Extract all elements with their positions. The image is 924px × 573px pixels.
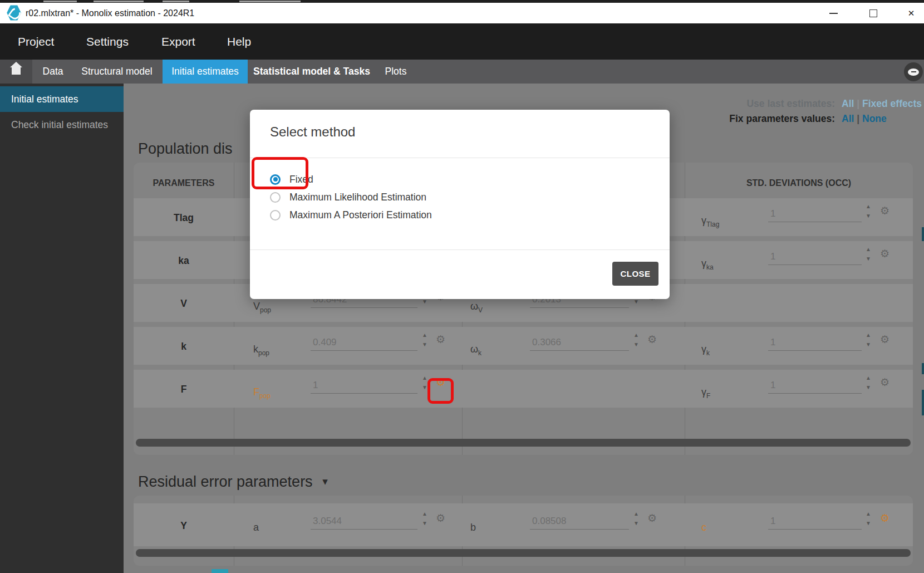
sidebar: Initial estimates Check initial estimate…: [0, 84, 124, 573]
radio-option-fixed[interactable]: Fixed: [250, 171, 670, 188]
gamma-tlag-input[interactable]: 1: [768, 222, 862, 222]
b-stepper[interactable]: ▲▼: [632, 511, 640, 526]
gamma-k-stepper[interactable]: ▲▼: [864, 332, 872, 347]
c-input[interactable]: 1: [768, 529, 862, 530]
close-window-button[interactable]: [898, 3, 924, 23]
gamma-k-gear-icon[interactable]: ⚙: [880, 334, 889, 345]
tab-label: Statistical model & Tasks: [253, 66, 370, 77]
b-input[interactable]: 0.08508: [530, 529, 629, 530]
horizontal-scrollbar[interactable]: [136, 549, 911, 557]
fix-none-link[interactable]: None: [862, 113, 887, 124]
residual-section-heading: Residual error parameters ▾: [138, 473, 328, 491]
fix-parameters-row: Fix parameters values: All | None: [685, 113, 887, 126]
gamma-f-input[interactable]: 1: [768, 393, 862, 394]
tab-plots[interactable]: Plots: [377, 60, 414, 84]
maximize-button[interactable]: [861, 3, 886, 23]
v-pop-input[interactable]: 86.8442: [311, 307, 417, 308]
gamma-ka-gear-icon[interactable]: ⚙: [880, 248, 889, 259]
c-stepper[interactable]: ▲▼: [864, 511, 872, 526]
sidebar-item-initial-estimates[interactable]: Initial estimates: [0, 86, 124, 112]
collapse-chevron-icon[interactable]: ▾: [322, 476, 328, 487]
table-row-k: k kpop 0.409 ▲▼ ⚙ ωk 0.3066 ▲▼ ⚙ γk 1 ▲▼…: [134, 327, 913, 365]
scrollbar-fragment: [922, 390, 924, 415]
c-gear-icon[interactable]: ⚙: [880, 513, 889, 523]
a-input[interactable]: 3.0544: [311, 529, 417, 530]
tab-structural-model[interactable]: Structural model: [73, 60, 160, 84]
k-pop-input[interactable]: 0.409: [311, 350, 417, 351]
menu-project[interactable]: Project: [18, 23, 54, 60]
comment-bubble-button[interactable]: [904, 62, 923, 81]
clipped-bottom-element: [212, 569, 228, 573]
tab-initial-estimates[interactable]: Initial estimates: [163, 60, 248, 84]
fix-parameters-label: Fix parameters values:: [685, 113, 835, 126]
omega-k-input[interactable]: 0.3066: [530, 350, 629, 351]
gamma-ka-input[interactable]: 1: [768, 265, 862, 265]
tab-home[interactable]: [0, 60, 32, 84]
radio-unselected-icon[interactable]: [270, 210, 281, 221]
minimize-button[interactable]: [820, 3, 846, 23]
gamma-ka-label: γka: [701, 258, 714, 271]
a-gear-icon[interactable]: ⚙: [436, 513, 445, 523]
monolix-logo-icon: [7, 5, 21, 21]
input-value: 1: [770, 380, 775, 391]
gamma-f-label: γF: [701, 386, 710, 400]
omega-k-stepper[interactable]: ▲▼: [632, 332, 640, 347]
comment-bubble-icon: [908, 68, 919, 76]
use-last-estimates-row: Use last estimates: All | Fixed effects: [685, 98, 922, 111]
menu-settings[interactable]: Settings: [86, 23, 129, 60]
tab-bar: Data Structural model Initial estimates …: [0, 60, 924, 84]
occ-column-header: STD. DEVIATIONS (OCC): [685, 178, 913, 188]
omega-v-input[interactable]: 0.2013: [530, 307, 629, 308]
a-stepper[interactable]: ▲▼: [421, 511, 429, 526]
gamma-ka-stepper[interactable]: ▲▼: [864, 247, 872, 262]
omega-k-gear-icon[interactable]: ⚙: [647, 334, 657, 345]
a-label: a: [253, 522, 259, 533]
k-pop-stepper[interactable]: ▲▼: [421, 332, 429, 347]
radio-label: Maximum Likelihood Estimation: [289, 192, 426, 203]
residual-heading-text: Residual error parameters: [138, 473, 313, 490]
close-button[interactable]: CLOSE: [612, 262, 658, 286]
table-row-y: Y a 3.0544 ▲▼ ⚙ b 0.08508 ▲▼ ⚙ c 1 ▲▼ ⚙: [134, 503, 913, 546]
gamma-tlag-label: γTlag: [701, 215, 719, 228]
table-row-f: F Fpop 1 ▲▼ ⚙ γF 1 ▲▼ ⚙: [134, 370, 913, 408]
tab-label: Structural model: [81, 66, 152, 77]
tab-data[interactable]: Data: [35, 60, 71, 84]
gamma-tlag-stepper[interactable]: ▲▼: [864, 204, 872, 219]
menu-export[interactable]: Export: [161, 23, 195, 60]
scrollbar-fragment: [922, 363, 924, 374]
f-pop-input[interactable]: 1: [311, 393, 417, 394]
separator: |: [857, 98, 859, 109]
gamma-k-label: γk: [701, 344, 710, 357]
sidebar-item-check-initial-estimates[interactable]: Check initial estimates: [0, 112, 124, 138]
gamma-f-gear-icon[interactable]: ⚙: [880, 377, 889, 388]
parameter-name: V: [134, 298, 234, 310]
tab-statistical-model-tasks[interactable]: Statistical model & Tasks: [250, 60, 373, 84]
b-gear-icon[interactable]: ⚙: [647, 513, 657, 523]
gamma-f-stepper[interactable]: ▲▼: [864, 375, 872, 390]
c-label: c: [701, 522, 706, 533]
use-last-fixed-effects-link[interactable]: Fixed effects: [862, 98, 922, 109]
k-pop-gear-icon[interactable]: ⚙: [436, 334, 445, 345]
horizontal-scrollbar[interactable]: [136, 439, 911, 447]
background-window-fragment: [43, 1, 77, 2]
v-pop-label: Vpop: [253, 301, 271, 314]
parameter-name: ka: [134, 255, 234, 267]
gamma-tlag-gear-icon[interactable]: ⚙: [880, 205, 889, 216]
menu-help[interactable]: Help: [227, 23, 251, 60]
divider: [250, 249, 670, 250]
gamma-k-input[interactable]: 1: [768, 350, 862, 351]
radio-unselected-icon[interactable]: [270, 192, 281, 203]
annotation-rectangle-fixed-option: [252, 157, 308, 189]
window-title: r02.mlxtran* - Monolix estimation - 2024…: [26, 8, 194, 18]
input-value: 1: [770, 251, 775, 262]
select-method-dialog: Select method Fixed Maximum Likelihood E…: [250, 110, 670, 299]
radio-option-map[interactable]: Maximum A Posteriori Estimation: [250, 207, 670, 223]
use-last-estimates-label: Use last estimates:: [685, 98, 835, 111]
menu-bar: Project Settings Export Help: [0, 23, 924, 60]
parameters-column-header: PARAMETERS: [134, 178, 234, 188]
radio-option-mle[interactable]: Maximum Likelihood Estimation: [250, 189, 670, 205]
omega-v-label: ωV: [470, 301, 483, 314]
fix-all-link[interactable]: All: [842, 113, 854, 124]
parameter-name: F: [134, 384, 234, 395]
use-last-all-link[interactable]: All: [842, 98, 854, 109]
